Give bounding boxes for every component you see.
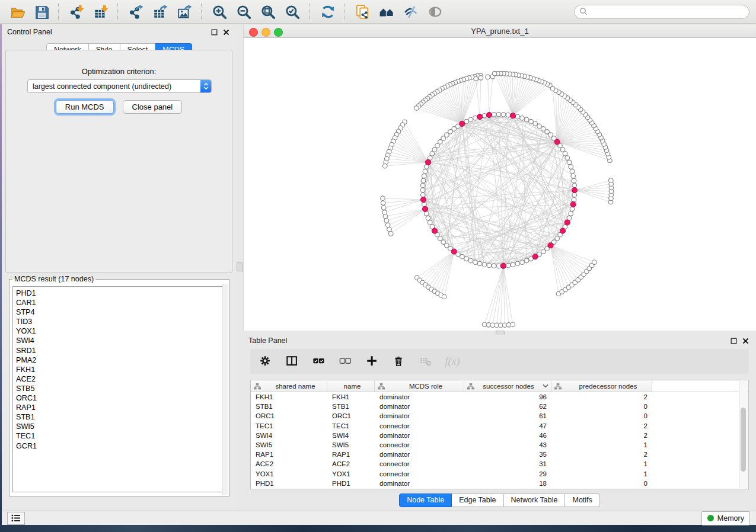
delete-columns-icon[interactable]: [392, 354, 406, 368]
mcds-result-item[interactable]: YOX1: [16, 326, 225, 336]
zoom-in-icon[interactable]: [209, 3, 229, 21]
column-header-successor-nodes[interactable]: successor nodes: [464, 380, 551, 392]
table-row[interactable]: RAP1RAP1dominator352: [251, 450, 748, 459]
mcds-list-scrollbar[interactable]: [222, 284, 228, 495]
cell-shared-name: PHD1: [251, 480, 327, 487]
network-view-panel: YPA_prune.txt_1: [243, 25, 756, 331]
column-header-shared-name[interactable]: shared name: [251, 380, 327, 392]
table-row[interactable]: STB1STB1dominator620: [251, 402, 748, 411]
open-file-icon[interactable]: [7, 3, 27, 21]
mcds-result-item[interactable]: ORC1: [16, 393, 225, 403]
table-row[interactable]: ACE2ACE2connector311: [251, 459, 748, 469]
column-header-MCDS-role[interactable]: MCDS role: [375, 380, 464, 392]
create-column-icon[interactable]: [365, 354, 379, 368]
mcds-result-item[interactable]: SWI5: [16, 422, 225, 431]
zoom-selected-icon[interactable]: [282, 3, 302, 21]
column-header-predecessor-nodes[interactable]: predecessor nodes: [551, 380, 652, 392]
cell-predecessor-nodes: 1: [551, 441, 652, 448]
cell-successor-nodes: 29: [464, 470, 551, 477]
vertical-splitter-handle[interactable]: [237, 262, 243, 271]
control-panel-title: Control Panel: [7, 28, 52, 36]
float-panel-icon[interactable]: [731, 338, 737, 344]
cell-shared-name: ORC1: [251, 412, 327, 419]
table-scrollbar-thumb[interactable]: [741, 408, 746, 472]
tab-network-table[interactable]: Network Table: [504, 493, 566, 507]
cell-shared-name: YOX1: [251, 470, 327, 477]
table-row[interactable]: YOX1YOX1connector291: [251, 469, 748, 479]
import-table-icon[interactable]: [91, 3, 110, 21]
task-history-button[interactable]: [7, 512, 25, 525]
sort-indicator-icon[interactable]: [543, 384, 551, 388]
table-header-row: shared namenameMCDS rolesuccessor nodesp…: [251, 380, 748, 392]
close-panel-icon[interactable]: [742, 338, 749, 344]
refresh-layout-icon[interactable]: [317, 3, 337, 21]
table-row[interactable]: SWI5SWI5connector431: [251, 440, 748, 450]
search-box[interactable]: [574, 5, 749, 19]
mcds-result-item[interactable]: SWI4: [16, 336, 225, 345]
mcds-result-item[interactable]: STP4: [16, 307, 225, 317]
toolbar-separator: [117, 4, 119, 20]
table-row[interactable]: TEC1TEC1connector472: [251, 421, 748, 431]
zoom-out-icon[interactable]: [234, 3, 253, 21]
tab-node-table[interactable]: Node Table: [399, 493, 452, 507]
network-canvas[interactable]: [244, 38, 755, 330]
float-panel-icon[interactable]: [211, 29, 218, 36]
mcds-result-item[interactable]: RAP1: [16, 403, 225, 412]
mcds-result-item[interactable]: CAR1: [16, 298, 225, 307]
mcds-result-item[interactable]: PMA2: [16, 355, 225, 365]
table-toolbar: f(x): [250, 349, 749, 374]
export-image-icon[interactable]: [174, 3, 194, 21]
mcds-result-item[interactable]: TEC1: [16, 431, 225, 441]
table-scrollbar[interactable]: [739, 381, 748, 488]
mcds-result-item[interactable]: ACE2: [16, 374, 225, 384]
cell-name: TEC1: [327, 422, 375, 430]
memory-button[interactable]: Memory: [701, 511, 750, 525]
table-row[interactable]: SWI4SWI4dominator462: [251, 431, 748, 440]
tab-edge-table[interactable]: Edge Table: [452, 493, 503, 507]
first-neighbors-icon[interactable]: [377, 3, 396, 21]
cell-MCDS-role: dominator: [375, 393, 464, 400]
zoom-fit-icon[interactable]: [258, 3, 277, 21]
cell-predecessor-nodes: 1: [551, 470, 652, 477]
cell-predecessor-nodes: 2: [551, 451, 652, 458]
cell-successor-nodes: 43: [464, 441, 551, 448]
column-label: successor nodes: [477, 383, 540, 390]
show-all-icon[interactable]: [425, 3, 445, 21]
export-network-icon[interactable]: [126, 3, 145, 21]
toggle-panel-icon[interactable]: [285, 354, 299, 368]
mcds-result-item[interactable]: TID3: [16, 317, 225, 326]
table-row[interactable]: FKH1FKH1dominator962: [251, 392, 748, 402]
run-mcds-button[interactable]: Run MCDS: [56, 100, 114, 114]
cell-name: FKH1: [327, 393, 375, 400]
close-panel-icon[interactable]: [223, 29, 229, 36]
select-all-rows-icon[interactable]: [312, 354, 326, 368]
table-mode-icon[interactable]: [259, 354, 273, 368]
close-panel-button[interactable]: Close panel: [123, 100, 183, 114]
mcds-result-item[interactable]: PHD1: [16, 289, 225, 298]
deselect-all-rows-icon[interactable]: [339, 354, 353, 368]
cell-predecessor-nodes: 1: [551, 460, 652, 467]
cell-successor-nodes: 18: [464, 480, 551, 487]
hide-selected-icon[interactable]: [401, 3, 420, 21]
tab-motifs[interactable]: Motifs: [565, 493, 599, 507]
mcds-result-item[interactable]: SRD1: [16, 346, 225, 355]
cell-shared-name: SWI4: [251, 432, 327, 439]
new-network-from-selection-icon[interactable]: [352, 3, 372, 21]
cell-successor-nodes: 61: [464, 412, 551, 419]
table-row[interactable]: PHD1PHD1dominator180: [251, 479, 748, 488]
network-graph: [244, 38, 755, 330]
mcds-result-title: MCDS result (17 nodes): [12, 275, 95, 283]
optimization-criterion-select[interactable]: largest connected component (undirected): [27, 79, 212, 93]
search-input[interactable]: [588, 6, 749, 18]
export-table-icon[interactable]: [150, 3, 170, 21]
status-bar: Memory: [2, 511, 756, 525]
save-session-icon[interactable]: [31, 3, 51, 21]
mcds-result-item[interactable]: FKH1: [16, 365, 225, 374]
import-network-icon[interactable]: [66, 3, 86, 21]
column-header-name[interactable]: name: [327, 380, 375, 392]
cell-MCDS-role: dominator: [375, 480, 464, 487]
table-row[interactable]: ORC1ORC1dominator610: [251, 411, 748, 421]
mcds-result-item[interactable]: STB1: [16, 412, 225, 422]
mcds-result-item[interactable]: STB5: [16, 384, 225, 393]
mcds-result-item[interactable]: GCR1: [16, 441, 225, 451]
